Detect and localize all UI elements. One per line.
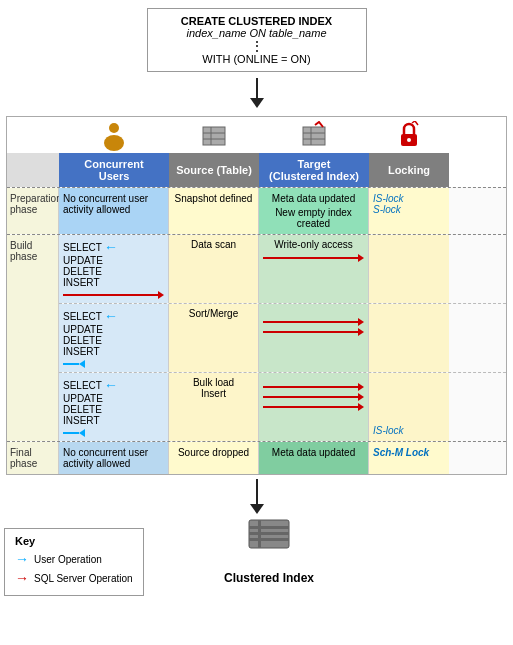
icon-locking [369,117,449,153]
final-source-cell: Source dropped [169,442,259,474]
build-target-2 [259,304,369,372]
icon-target [259,117,369,153]
prep-source-cell: Snapshot defined [169,188,259,234]
svg-rect-6 [303,127,325,145]
final-concurrent-cell: No concurrent user activity allowed [59,442,169,474]
key-arrow-red: → [15,570,29,586]
build-locking-1 [369,235,449,303]
svg-point-1 [104,135,124,151]
build-phase: Build phase SELECT ← UPDATE DELETE [7,234,506,441]
header-source: Source (Table) [169,153,259,187]
svg-rect-16 [258,520,261,548]
sql-box: CREATE CLUSTERED INDEX index_name ON tab… [147,8,367,72]
build-row-2: SELECT ← UPDATE DELETE INSERT Sort/Merge [59,303,506,372]
clustered-index-icon [244,518,294,563]
prep-target-cell: Meta data updated New empty index create… [259,188,369,234]
sql-title: CREATE CLUSTERED INDEX [158,15,356,27]
build-concurrent-1: SELECT ← UPDATE DELETE INSERT [59,235,169,303]
preparation-phase-content: No concurrent user activity allowed Snap… [59,188,506,234]
clustered-index-label: Clustered Index [224,571,314,585]
build-concurrent-2: SELECT ← UPDATE DELETE INSERT [59,304,169,372]
final-phase: Final phase No concurrent user activity … [7,441,506,474]
build-locking-3: IS-lock [369,373,449,441]
key-box: Key → User Operation → SQL Server Operat… [4,528,144,596]
build-phase-content: SELECT ← UPDATE DELETE INSERT [59,235,506,441]
preparation-phase: Preparation phase No concurrent user act… [7,187,506,234]
header-phase-spacer [7,153,59,187]
key-item-user: → User Operation [15,551,133,567]
svg-point-11 [407,138,411,142]
svg-point-0 [109,123,119,133]
header-row: Concurrent Users Source (Table) Target (… [7,153,506,187]
sql-with: WITH (ONLINE = ON) [158,53,356,65]
page-wrapper: CREATE CLUSTERED INDEX index_name ON tab… [0,0,513,604]
svg-rect-2 [203,127,225,145]
prep-locking-cell: IS-lock S-lock [369,188,449,234]
bottom-content: Key → User Operation → SQL Server Operat… [4,518,509,596]
person-icon [100,121,128,151]
svg-rect-14 [249,532,289,535]
icon-concurrent [59,117,169,153]
header-locking: Locking [369,153,449,187]
build-locking-2 [369,304,449,372]
build-row-3: SELECT ← UPDATE DELETE INSERT Bulk load … [59,372,506,441]
final-phase-label: Final phase [7,442,59,474]
lock-icon [398,121,420,151]
build-source-2: Sort/Merge [169,304,259,372]
key-arrow-blue: → [15,551,29,567]
key-item-sql: → SQL Server Operation [15,570,133,586]
svg-rect-13 [249,526,289,529]
svg-rect-15 [249,538,289,541]
prep-concurrent-cell: No concurrent user activity allowed [59,188,169,234]
build-target-3 [259,373,369,441]
bottom-arrow-section [4,479,509,514]
header-concurrent: Concurrent Users [59,153,169,187]
build-concurrent-3: SELECT ← UPDATE DELETE INSERT [59,373,169,441]
build-row-1: SELECT ← UPDATE DELETE INSERT [59,235,506,303]
key-title: Key [15,535,133,547]
sql-dots: ⋮ [158,39,356,53]
build-phase-label: Build phase [7,235,59,441]
build-source-1: Data scan [169,235,259,303]
icon-source [169,117,259,153]
table-icon [201,121,227,151]
final-locking-cell: Sch-M Lock [369,442,449,474]
index-icon [301,121,327,151]
icon-row [7,117,506,153]
build-source-3: Bulk load Insert [169,373,259,441]
final-target-cell: Meta data updated [259,442,369,474]
sql-to-table-arrow [4,78,509,108]
final-phase-content: No concurrent user activity allowed Sour… [59,442,506,474]
phase-label-spacer [7,117,59,153]
header-target: Target (Clustered Index) [259,153,369,187]
main-diagram: Concurrent Users Source (Table) Target (… [6,116,507,475]
preparation-phase-label: Preparation phase [7,188,59,234]
build-target-1: Write-only access [259,235,369,303]
clustered-index-section: Clustered Index [224,518,314,585]
